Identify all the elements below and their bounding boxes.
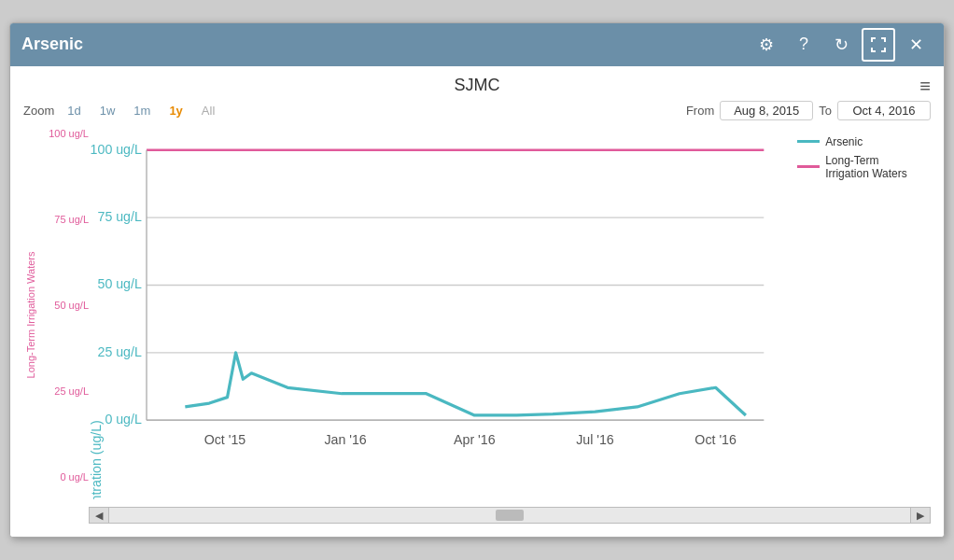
zoom-1y-button[interactable]: 1y — [163, 102, 188, 119]
main-window: Arsenic ⚙ ? ↻ ✕ SJMC ≡ Zoom 1d — [9, 22, 945, 538]
from-label: From — [686, 104, 714, 118]
legend-item-arsenic: Arsenic — [797, 135, 921, 148]
hamburger-menu[interactable]: ≡ — [919, 76, 931, 97]
legend-arsenic-label: Arsenic — [825, 135, 863, 148]
legend-item-irrigation: Long-Term Irrigation Waters — [797, 154, 921, 180]
svg-text:75 ug/L: 75 ug/L — [97, 209, 141, 224]
close-icon[interactable]: ✕ — [899, 28, 933, 62]
svg-text:Oct '15: Oct '15 — [204, 432, 246, 447]
svg-text:100 ug/L: 100 ug/L — [91, 142, 142, 157]
y-tick-left-0: 100 ug/L — [49, 128, 89, 139]
y-tick-left-1: 75 ug/L — [54, 214, 89, 225]
legend-arsenic-line — [797, 140, 820, 143]
chart-content: SJMC ≡ Zoom 1d 1w 1m 1y All From To Long… — [10, 66, 944, 537]
chart-header: SJMC ≡ — [23, 76, 931, 95]
scroll-right-arrow[interactable]: ▶ — [910, 507, 931, 524]
scroll-left-arrow[interactable]: ◀ — [89, 507, 109, 524]
svg-text:Oct '16: Oct '16 — [694, 432, 737, 447]
titlebar-icons: ⚙ ? ↻ ✕ — [750, 28, 933, 62]
y-axis-left-label: Long-Term Irrigation Waters — [23, 126, 38, 503]
gear-icon[interactable]: ⚙ — [750, 28, 783, 62]
zoom-1m-button[interactable]: 1m — [128, 102, 156, 119]
zoom-all-button[interactable]: All — [196, 102, 220, 119]
y-tick-left-4: 0 ug/L — [60, 471, 89, 483]
zoom-1d-button[interactable]: 1d — [62, 102, 86, 119]
to-label: To — [819, 104, 832, 118]
zoom-1w-button[interactable]: 1w — [94, 102, 121, 119]
chart-legend: Arsenic Long-Term Irrigation Waters — [788, 126, 931, 503]
zoom-label: Zoom — [23, 104, 54, 118]
y-axis-left-ticks: 100 ug/L 75 ug/L 50 ug/L 25 ug/L 0 ug/L — [40, 126, 89, 503]
svg-text:Concentration (ug/L): Concentration (ug/L) — [89, 420, 104, 499]
date-range: From To — [686, 101, 931, 120]
scroll-track[interactable] — [109, 507, 910, 524]
to-date-input[interactable] — [837, 101, 931, 120]
scrollbar-row: ◀ ▶ — [89, 507, 931, 524]
chart-plot-area: 100 ug/L 75 ug/L 50 ug/L 25 ug/L 0 ug/L … — [89, 126, 931, 503]
y-tick-left-2: 50 ug/L — [54, 300, 89, 311]
expand-icon[interactable] — [862, 28, 895, 62]
svg-text:50 ug/L: 50 ug/L — [97, 276, 141, 291]
help-icon[interactable]: ? — [787, 28, 821, 62]
chart-main-area: Long-Term Irrigation Waters 100 ug/L 75 … — [23, 126, 931, 503]
svg-text:Jul '16: Jul '16 — [576, 432, 614, 447]
legend-irrigation-line — [797, 165, 820, 168]
svg-text:25 ug/L: 25 ug/L — [97, 343, 141, 358]
legend-irrigation-label: Long-Term Irrigation Waters — [825, 154, 921, 180]
from-date-input[interactable] — [720, 101, 813, 120]
y-tick-left-3: 25 ug/L — [54, 385, 89, 397]
chart-svg: 100 ug/L 75 ug/L 50 ug/L 25 ug/L 0 ug/L … — [89, 126, 788, 499]
svg-text:Apr '16: Apr '16 — [454, 432, 496, 447]
refresh-icon[interactable]: ↻ — [824, 28, 858, 62]
window-title: Arsenic — [21, 35, 83, 54]
chart-title: SJMC — [455, 76, 500, 95]
controls-row: Zoom 1d 1w 1m 1y All From To — [23, 101, 931, 120]
titlebar: Arsenic ⚙ ? ↻ ✕ — [10, 23, 944, 66]
svg-text:Jan '16: Jan '16 — [324, 432, 366, 447]
scroll-thumb[interactable] — [496, 510, 524, 521]
svg-text:0 ug/L: 0 ug/L — [105, 412, 142, 427]
chart-svg-container: 100 ug/L 75 ug/L 50 ug/L 25 ug/L 0 ug/L … — [89, 126, 788, 503]
